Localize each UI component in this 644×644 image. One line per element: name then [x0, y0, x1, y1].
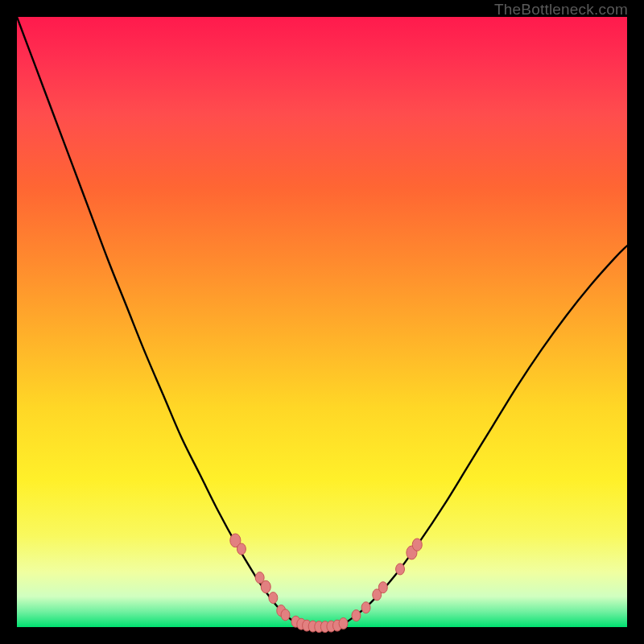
- curve-marker: [237, 543, 246, 555]
- marker-layer: [230, 534, 422, 633]
- bottleneck-curve: [17, 17, 627, 627]
- watermark-text: TheBottleneck.com: [494, 1, 628, 19]
- curve-marker: [269, 592, 278, 604]
- chart-svg: [17, 17, 627, 627]
- curve-marker: [396, 564, 405, 575]
- curve-marker: [261, 580, 270, 592]
- curve-marker: [361, 602, 370, 613]
- plot-area: [17, 17, 627, 627]
- curve-marker: [352, 610, 361, 621]
- chart-stage: TheBottleneck.com: [0, 0, 644, 644]
- curve-marker: [412, 539, 422, 551]
- curve-marker: [339, 617, 348, 629]
- curve-marker: [378, 582, 387, 593]
- curve-marker: [281, 609, 290, 621]
